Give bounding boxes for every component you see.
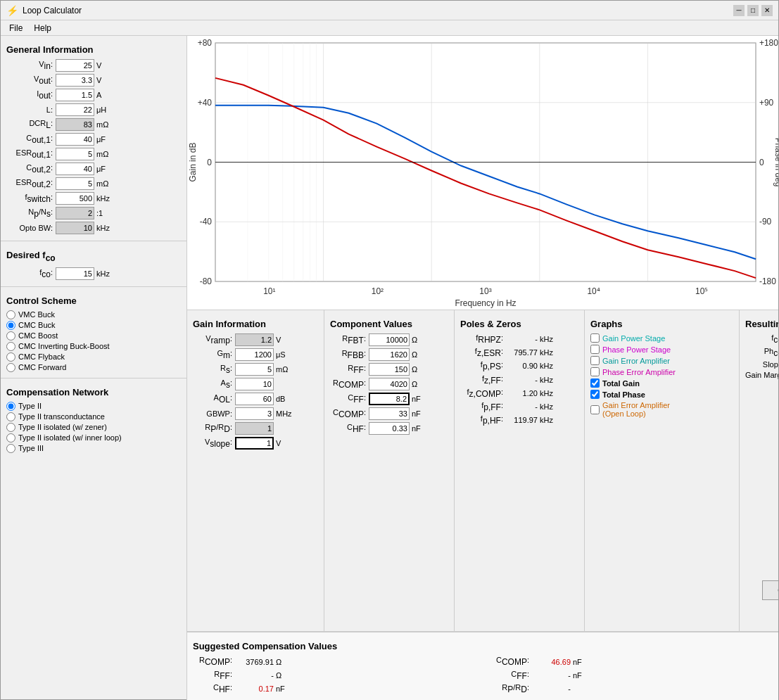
menu-file[interactable]: File (4, 22, 28, 34)
graphs-section: Graphs Gain Power Stage Phase Power Stag… (585, 310, 740, 631)
suggested-comp-section: Suggested Compensation Values RCOMP: 376… (193, 637, 773, 696)
fswitch-input[interactable] (56, 192, 94, 205)
general-info-title: General Information (6, 44, 181, 55)
fpff-unit: kHz (540, 402, 553, 411)
dcrl-input[interactable] (56, 118, 94, 131)
cout1-label: Cout,1: (6, 134, 56, 145)
sugg-ccomp-unit: nF (573, 658, 582, 666)
total-phase-checkbox[interactable] (590, 390, 600, 399)
comp-network-title: Compensation Network (6, 387, 181, 397)
cout2-input[interactable] (56, 163, 94, 175)
sugg-cff-value: - (532, 671, 571, 680)
as-input[interactable] (235, 378, 274, 390)
type2-trans-radio[interactable] (6, 412, 15, 421)
fco-unit: kHz (96, 269, 114, 278)
sugg-rprd-label: RP/RD: (490, 683, 532, 694)
fpps-value: 0.90 (506, 362, 538, 370)
esrout2-input[interactable] (56, 177, 94, 190)
vslope-input[interactable] (235, 437, 274, 450)
gbwp-input[interactable] (235, 407, 274, 420)
esrout1-input[interactable] (56, 148, 94, 160)
svg-text:0: 0 (207, 158, 212, 167)
cmc-inv-radio[interactable] (6, 342, 15, 351)
res-fco-label: fco: (745, 333, 778, 345)
fzff-unit: kHz (540, 376, 553, 384)
comp-networks-button[interactable]: COMP Networks (762, 580, 778, 600)
sugg-rcomp-row: RCOMP: 3769.91 Ω (193, 656, 476, 667)
general-info-section: General Information Vin: V Vout: V Iout:… (1, 36, 186, 241)
svg-text:+90: +90 (759, 98, 774, 108)
cmc-forward-radio[interactable] (6, 363, 15, 372)
vramp-input[interactable] (235, 333, 274, 346)
fswitch-row: fswitch: kHz (6, 192, 181, 205)
control-scheme-title: Control Scheme (6, 295, 181, 306)
cmc-boost-radio[interactable] (6, 331, 15, 341)
type2-iso-inner-radio[interactable] (6, 433, 15, 443)
svg-text:+180: +180 (759, 38, 778, 48)
type2-row: Type II (6, 402, 181, 411)
type2-iso-zener-radio[interactable] (6, 423, 15, 432)
vramp-row: Vramp: V (193, 333, 318, 346)
rff-input[interactable] (369, 363, 410, 376)
fzcomp-row: fz,COMP: 1.20 kHz (460, 388, 578, 399)
fzff-label: fz,FF: (460, 374, 506, 386)
phase-error-amp-checkbox[interactable] (590, 367, 600, 376)
ccomp-input[interactable] (369, 407, 410, 420)
maximize-button[interactable]: □ (747, 5, 759, 16)
rprd-input[interactable] (235, 422, 274, 435)
sugg-chf-value: 0.17 (235, 685, 274, 693)
minimize-button[interactable]: ─ (733, 5, 745, 16)
svg-text:0: 0 (759, 158, 764, 167)
svg-text:Frequency in Hz: Frequency in Hz (455, 298, 516, 308)
type2-iso-zener-label: Type II isolated (w/ zener) (18, 423, 107, 431)
as-label: As: (193, 378, 235, 390)
fco-label: fco: (6, 268, 56, 279)
vout-input[interactable] (56, 74, 94, 87)
comp-values-title: Component Values (330, 319, 448, 329)
chf-row: CHF: nF (330, 422, 448, 435)
cmc-flyback-radio[interactable] (6, 352, 15, 362)
cout1-input[interactable] (56, 133, 94, 146)
rfbt-input[interactable] (369, 333, 410, 346)
l-input[interactable] (56, 103, 94, 116)
rcomp-input[interactable] (369, 378, 410, 390)
svg-text:-80: -80 (200, 276, 213, 286)
npns-input[interactable] (56, 207, 94, 219)
menu-help[interactable]: Help (28, 22, 57, 34)
total-gain-checkbox[interactable] (590, 378, 600, 388)
vmc-buck-radio[interactable] (6, 310, 15, 319)
res-fco-row: fco: 10.16 kHz (745, 333, 778, 345)
rfbb-input[interactable] (369, 348, 410, 361)
sugg-rprd-value: - (532, 685, 571, 693)
fzff-value: - (506, 376, 538, 384)
vslope-unit: V (276, 439, 281, 447)
rs-input[interactable] (235, 363, 274, 376)
gbwp-label: GBWP: (193, 409, 235, 418)
type2-radio[interactable] (6, 402, 15, 411)
esrout2-row: ESRout,2: mΩ (6, 177, 181, 190)
sugg-ccomp-value: 46.69 (532, 658, 571, 666)
chf-input[interactable] (369, 422, 410, 435)
cff-input[interactable] (369, 393, 410, 405)
gm-row: Gm: μS (193, 348, 318, 361)
l-unit: μH (96, 106, 114, 114)
gain-error-amp-checkbox[interactable] (590, 356, 600, 365)
phase-power-stage-label: Phase Power Stage (602, 345, 671, 354)
optobw-input[interactable] (56, 222, 94, 234)
gm-input[interactable] (235, 348, 274, 361)
vin-input[interactable] (56, 59, 94, 72)
fco-input[interactable] (56, 267, 94, 280)
cmc-buck-radio[interactable] (6, 321, 15, 330)
iout-input[interactable] (56, 89, 94, 101)
close-button[interactable]: ✕ (761, 5, 773, 16)
gain-info-title: Gain Information (193, 319, 318, 329)
rprd-label: RP/RD: (193, 423, 235, 434)
sugg-cff-label: CFF: (490, 670, 532, 681)
phase-power-stage-checkbox[interactable] (590, 345, 600, 354)
optobw-unit: kHz (96, 224, 114, 232)
gain-error-amp-ol-checkbox[interactable] (590, 405, 600, 414)
aol-input[interactable] (235, 393, 274, 405)
control-scheme-section: Control Scheme VMC Buck CMC Buck CMC Boo… (1, 287, 186, 378)
gain-power-stage-checkbox[interactable] (590, 333, 600, 343)
type3-radio[interactable] (6, 444, 15, 453)
